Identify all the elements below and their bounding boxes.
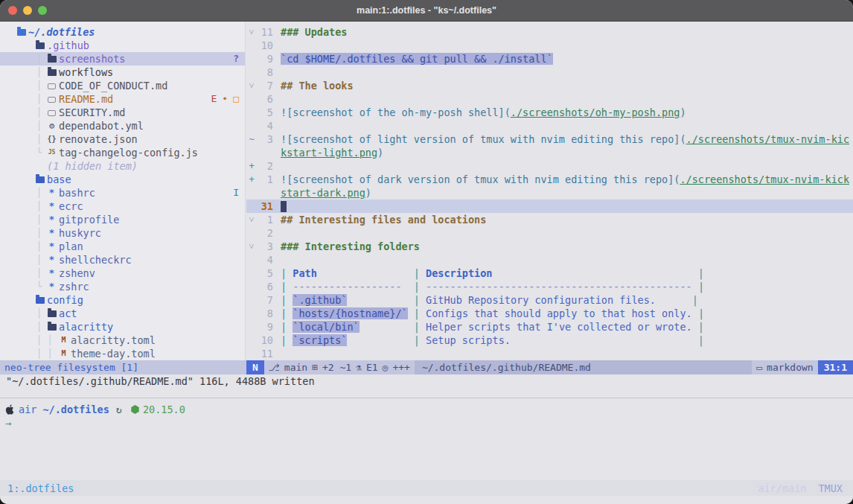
editor-line[interactable]: 4: [246, 119, 853, 133]
zoom-button[interactable]: [38, 6, 47, 15]
editor-line[interactable]: kstart-light.png): [246, 146, 853, 159]
line-number: 2: [257, 226, 273, 240]
gutter-sign: [246, 226, 257, 240]
editor-line[interactable]: 6: [246, 92, 853, 106]
mode-indicator: N: [246, 360, 264, 374]
editor-line[interactable]: ˅7## The looks: [246, 79, 853, 92]
tree-item-code-of-conduct-md[interactable]: │CODE_OF_CONDUCT.md: [0, 79, 245, 92]
diagnostics: E1: [366, 360, 378, 374]
braces-icon: {}: [47, 133, 57, 146]
line-text: ### Interesting folders: [281, 240, 420, 253]
tree-item-badges: ?: [233, 52, 239, 66]
tree-item-label: bashrc: [59, 186, 95, 200]
line-number: [257, 186, 273, 200]
editor-line[interactable]: 8| `hosts/{hostname}/` | Configs that sh…: [246, 307, 853, 320]
prompt-arrow[interactable]: →: [5, 416, 853, 430]
tree-item-readme-md[interactable]: │README.mdE•□: [0, 92, 245, 106]
line-number: 1: [257, 213, 273, 226]
editor-line[interactable]: 5| Path | Description |: [246, 267, 853, 280]
tree-item-huskyrc[interactable]: │*huskyrc: [0, 226, 245, 240]
editor-line[interactable]: ~3![screenshot of light version of tmux …: [246, 133, 853, 146]
editor-line[interactable]: ˅1## Interesting files and locations: [246, 213, 853, 226]
line-number: 5: [257, 106, 273, 119]
gutter-sign: ˅: [246, 79, 257, 92]
folder-icon: [47, 320, 57, 334]
tree-item-theme-day-toml[interactable]: │ │Mtheme-day.toml: [0, 347, 245, 360]
tree-guide: │: [36, 240, 42, 253]
gutter-sign: [246, 186, 257, 200]
tree-item-label: workflows: [59, 66, 113, 79]
tree-item-screenshots[interactable]: │screenshots?: [0, 52, 245, 66]
minimize-button[interactable]: [23, 6, 32, 15]
editor-line[interactable]: 5![screenshot of the oh-my-posh shell](.…: [246, 106, 853, 119]
star-icon: *: [47, 200, 57, 213]
tree-item-label: shellcheckrc: [59, 253, 132, 267]
tree-item-shellcheckrc[interactable]: │*shellcheckrc: [0, 253, 245, 267]
tree-item--github[interactable]: .github: [0, 39, 245, 52]
gutter-sign: [246, 39, 257, 52]
line-number: 2: [257, 159, 273, 173]
star-icon: *: [47, 280, 57, 293]
editor-line[interactable]: 9`cd $HOME/.dotfiles && git pull && ./in…: [246, 52, 853, 66]
editor-line[interactable]: 10: [246, 39, 853, 52]
folder-icon: [47, 66, 57, 79]
tree-guide: │: [36, 307, 42, 320]
editor-line[interactable]: 7| `.github` | GitHub Repository configu…: [246, 293, 853, 307]
tree-item-bashrc[interactable]: │*bashrcI: [0, 186, 245, 200]
tree-item-workflows[interactable]: │workflows: [0, 66, 245, 79]
tree-item-alacritty-toml[interactable]: │ │Malacritty.toml: [0, 334, 245, 347]
tree-item-act[interactable]: │act: [0, 307, 245, 320]
tree-item-alacritty[interactable]: │alacritty: [0, 320, 245, 334]
tree-item-zshenv[interactable]: │*zshenv: [0, 267, 245, 280]
editor-line[interactable]: +2: [246, 159, 853, 173]
line-number: 10: [257, 334, 273, 347]
tree-guide: │: [36, 133, 42, 146]
line-number: 31: [257, 200, 273, 213]
editor-line[interactable]: 8: [246, 66, 853, 79]
editor-line[interactable]: 11: [246, 347, 853, 360]
tree-item-renovate-json[interactable]: │{}renovate.json: [0, 133, 245, 146]
titlebar: main:1:.dotfiles - "ks~/.dotfiles": [0, 0, 853, 22]
editor-line[interactable]: 2: [246, 226, 853, 240]
shell-pane[interactable]: air ~/.dotfiles ↻ 20.15.0 →: [0, 398, 853, 430]
editor-line[interactable]: start-dark.png): [246, 186, 853, 200]
editor-line[interactable]: +1![screenshot of dark version of tmux w…: [246, 173, 853, 186]
editor-line[interactable]: 6| ------------------ | ----------------…: [246, 280, 853, 293]
editor-pane[interactable]: ˅11### Updates109`cd $HOME/.dotfiles && …: [246, 22, 853, 360]
tree-item-plan[interactable]: │*plan: [0, 240, 245, 253]
tree-item-gitprofile[interactable]: │*gitprofile: [0, 213, 245, 226]
tree-item-zshrc[interactable]: └*zshrc: [0, 280, 245, 293]
editor-line-current[interactable]: 31: [246, 200, 853, 213]
line-text: `cd $HOME/.dotfiles && git pull && ./ins…: [281, 52, 553, 66]
tree-item-base[interactable]: base: [0, 173, 245, 186]
editor-line[interactable]: 10| `scripts` | Setup scripts. |: [246, 334, 853, 347]
tree-item--1-hidden-item-[interactable]: (1 hidden item): [0, 159, 245, 173]
gutter-sign: +: [246, 173, 257, 186]
markdown-file-icon: [47, 79, 57, 92]
close-button[interactable]: [8, 6, 17, 15]
line-number: 8: [257, 307, 273, 320]
star-icon: *: [47, 267, 57, 280]
tmux-window-item[interactable]: 1:.dotfiles: [0, 482, 74, 494]
gutter-sign: [246, 334, 257, 347]
tree-item-security-md[interactable]: │SECURITY.md: [0, 106, 245, 119]
tree-guide: │ │: [36, 334, 53, 347]
tree-item-dependabot-yml[interactable]: │⚙dependabot.yml: [0, 119, 245, 133]
gutter-sign: [246, 52, 257, 66]
tree-item-ecrc[interactable]: │*ecrc: [0, 200, 245, 213]
line-number: 3: [257, 133, 273, 146]
line-text: | `hosts/{hostname}/` | Configs that sho…: [281, 307, 704, 320]
diff-stats: +2 ~1: [322, 360, 351, 374]
editor-line[interactable]: 4: [246, 253, 853, 267]
tree-item--dotfiles[interactable]: ~/.dotfiles: [0, 25, 245, 39]
line-text: ### Updates: [281, 25, 347, 39]
line-number: 11: [257, 347, 273, 360]
badge: I: [233, 186, 239, 200]
editor-line[interactable]: 9| `local/bin` | Helper scripts that I'v…: [246, 320, 853, 334]
editor-line[interactable]: ˅11### Updates: [246, 25, 853, 39]
editor-line[interactable]: ˅3### Interesting folders: [246, 240, 853, 253]
line-text: | `.github` | GitHub Repository configur…: [281, 293, 698, 307]
tree-item-tag-changelog-config-js[interactable]: └JStag-changelog-config.js: [0, 146, 245, 159]
tree-item-config[interactable]: config: [0, 293, 245, 307]
star-icon: *: [47, 213, 57, 226]
